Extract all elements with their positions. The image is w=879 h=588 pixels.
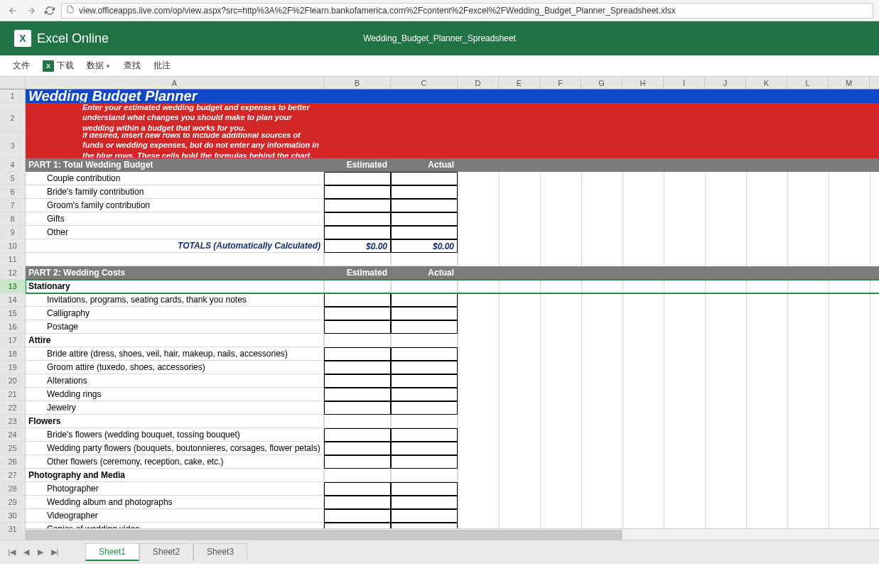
column-header-H[interactable]: H bbox=[622, 77, 664, 89]
sheet-tab-sheet1[interactable]: Sheet1 bbox=[85, 543, 139, 561]
cell-B20[interactable] bbox=[324, 374, 391, 388]
cell-C16[interactable] bbox=[391, 320, 458, 334]
row-header-1[interactable]: 1 bbox=[0, 89, 25, 103]
row-header-14[interactable]: 14 bbox=[0, 293, 25, 307]
cell-B12[interactable]: Estimated bbox=[324, 266, 391, 280]
cell-B11[interactable] bbox=[324, 253, 391, 266]
cell-A1[interactable]: Wedding Budget Planner bbox=[26, 89, 324, 103]
menu-comment[interactable]: 批注 bbox=[153, 60, 171, 72]
cell-B27[interactable] bbox=[324, 469, 391, 482]
cell-A11[interactable] bbox=[26, 253, 324, 266]
menu-download[interactable]: X 下载 bbox=[43, 60, 74, 72]
cell-A27[interactable]: Photography and Media bbox=[26, 469, 324, 482]
column-header-C[interactable]: C bbox=[391, 77, 458, 89]
cell-C10[interactable]: $0.00 bbox=[391, 239, 458, 253]
row-header-29[interactable]: 29 bbox=[0, 496, 25, 509]
cell-A26[interactable]: Other flowers (ceremony, reception, cake… bbox=[26, 455, 324, 469]
cell-A5[interactable]: Couple contribution bbox=[26, 172, 324, 185]
menu-find[interactable]: 查找 bbox=[124, 60, 141, 72]
cell-C2[interactable] bbox=[391, 103, 458, 133]
row-header-18[interactable]: 18 bbox=[0, 347, 25, 361]
column-header-I[interactable]: I bbox=[664, 77, 705, 89]
cell-C1[interactable] bbox=[391, 89, 458, 103]
cell-B5[interactable] bbox=[324, 172, 391, 185]
cell-B3[interactable] bbox=[324, 133, 391, 158]
cell-B21[interactable] bbox=[324, 388, 391, 401]
cell-B4[interactable]: Estimated bbox=[324, 158, 391, 172]
row-header-31[interactable]: 31 bbox=[0, 523, 25, 536]
cell-C7[interactable] bbox=[391, 199, 458, 212]
cell-A13[interactable]: Stationary bbox=[26, 280, 324, 293]
cell-C23[interactable] bbox=[391, 415, 458, 428]
row-header-21[interactable]: 21 bbox=[0, 388, 25, 401]
column-header-A[interactable]: A bbox=[26, 77, 324, 89]
cell-C18[interactable] bbox=[391, 347, 458, 361]
cell-A24[interactable]: Bride's flowers (wedding bouquet, tossin… bbox=[26, 428, 324, 442]
cell-A20[interactable]: Alterations bbox=[26, 374, 324, 388]
forward-button[interactable] bbox=[24, 4, 38, 18]
cell-A7[interactable]: Groom's family contribution bbox=[26, 199, 324, 212]
cell-A4[interactable]: PART 1: Total Wedding Budget bbox=[26, 158, 324, 172]
column-header-G[interactable]: G bbox=[581, 77, 622, 89]
cell-B14[interactable] bbox=[324, 293, 391, 307]
cell-B6[interactable] bbox=[324, 185, 391, 199]
cell-B13[interactable] bbox=[324, 280, 391, 293]
cell-C22[interactable] bbox=[391, 401, 458, 415]
cell-C14[interactable] bbox=[391, 293, 458, 307]
menu-file[interactable]: 文件 bbox=[13, 60, 30, 72]
row-header-3[interactable]: 3 bbox=[0, 133, 25, 158]
column-header-J[interactable]: J bbox=[705, 77, 746, 89]
cell-A12[interactable]: PART 2: Wedding Costs bbox=[26, 266, 324, 280]
cell-B22[interactable] bbox=[324, 401, 391, 415]
row-header-13[interactable]: 13 bbox=[0, 280, 25, 293]
horizontal-scrollbar[interactable] bbox=[26, 528, 879, 540]
row-header-4[interactable]: 4 bbox=[0, 158, 25, 172]
cell-C17[interactable] bbox=[391, 334, 458, 347]
cell-C5[interactable] bbox=[391, 172, 458, 185]
cell-B7[interactable] bbox=[324, 199, 391, 212]
cell-C19[interactable] bbox=[391, 361, 458, 374]
cell-A30[interactable]: Videographer bbox=[26, 509, 324, 523]
cell-B25[interactable] bbox=[324, 442, 391, 455]
cell-B2[interactable] bbox=[324, 103, 391, 133]
cell-C11[interactable] bbox=[391, 253, 458, 266]
cell-A25[interactable]: Wedding party flowers (bouquets, boutonn… bbox=[26, 442, 324, 455]
tab-nav-prev[interactable]: ◀ bbox=[20, 548, 33, 557]
cell-C24[interactable] bbox=[391, 428, 458, 442]
column-header-M[interactable]: M bbox=[829, 77, 870, 89]
row-header-22[interactable]: 22 bbox=[0, 401, 25, 415]
row-header-7[interactable]: 7 bbox=[0, 199, 25, 212]
cell-B30[interactable] bbox=[324, 509, 391, 523]
cell-C6[interactable] bbox=[391, 185, 458, 199]
row-header-17[interactable]: 17 bbox=[0, 334, 25, 347]
tab-nav-last[interactable]: ▶| bbox=[48, 548, 61, 557]
reload-button[interactable] bbox=[43, 4, 57, 18]
sheet-viewport[interactable]: Wedding Budget PlannerEnter your estimat… bbox=[26, 89, 879, 564]
sheet-tab-sheet3[interactable]: Sheet3 bbox=[193, 543, 247, 561]
cell-C25[interactable] bbox=[391, 442, 458, 455]
row-header-2[interactable]: 2 bbox=[0, 103, 25, 133]
row-header-10[interactable]: 10 bbox=[0, 239, 25, 253]
cell-B23[interactable] bbox=[324, 415, 391, 428]
column-header-D[interactable]: D bbox=[458, 77, 499, 89]
cell-B15[interactable] bbox=[324, 307, 391, 320]
cell-A19[interactable]: Groom attire (tuxedo, shoes, accessories… bbox=[26, 361, 324, 374]
row-header-23[interactable]: 23 bbox=[0, 415, 25, 428]
cell-B16[interactable] bbox=[324, 320, 391, 334]
row-header-28[interactable]: 28 bbox=[0, 482, 25, 496]
row-header-9[interactable]: 9 bbox=[0, 226, 25, 239]
menu-data[interactable]: 数据▼ bbox=[87, 60, 111, 72]
row-header-5[interactable]: 5 bbox=[0, 172, 25, 185]
cell-C27[interactable] bbox=[391, 469, 458, 482]
column-header-K[interactable]: K bbox=[746, 77, 787, 89]
row-header-16[interactable]: 16 bbox=[0, 320, 25, 334]
cell-B9[interactable] bbox=[324, 226, 391, 239]
cell-A28[interactable]: Photographer bbox=[26, 482, 324, 496]
cell-B10[interactable]: $0.00 bbox=[324, 239, 391, 253]
column-header-E[interactable]: E bbox=[499, 77, 540, 89]
column-header-B[interactable]: B bbox=[324, 77, 391, 89]
row-header-19[interactable]: 19 bbox=[0, 361, 25, 374]
row-header-24[interactable]: 24 bbox=[0, 428, 25, 442]
cell-C28[interactable] bbox=[391, 482, 458, 496]
cell-C13[interactable] bbox=[391, 280, 458, 293]
